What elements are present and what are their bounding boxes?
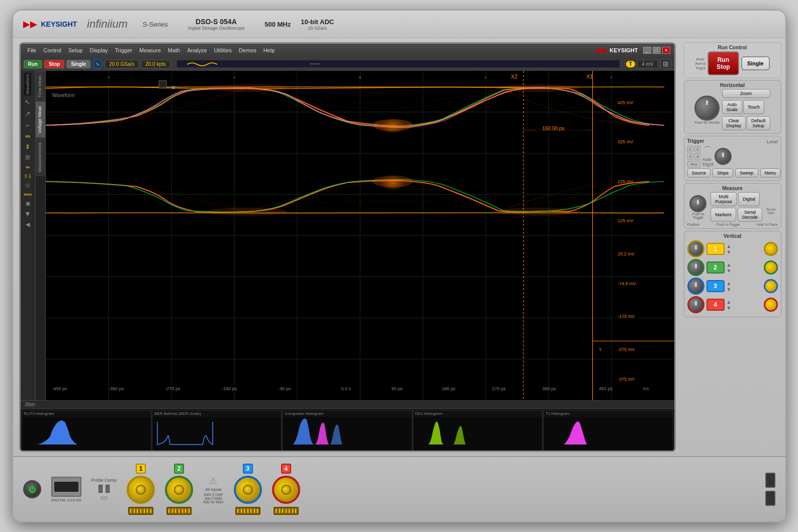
pin	[144, 509, 145, 513]
window-close[interactable]: ✕	[662, 47, 670, 54]
trigger-ch2[interactable]: 2	[694, 146, 700, 152]
trigger-aux[interactable]: Aux	[687, 161, 701, 167]
menu-measure[interactable]: Measure	[136, 46, 164, 54]
serial-decode-button[interactable]: SerialDecode	[738, 208, 762, 222]
touch-button[interactable]: Touch	[743, 100, 764, 114]
hw-single-button[interactable]: Single	[741, 56, 770, 70]
clear-display-button[interactable]: ClearDisplay	[722, 116, 746, 130]
time-meas-tab[interactable]: Time Meas	[36, 71, 45, 102]
hw-ch3-connector[interactable]	[234, 476, 262, 504]
trigger-source-button[interactable]: Source	[687, 168, 711, 178]
pin	[279, 509, 280, 513]
measure-tool-1[interactable]: ⇔	[24, 132, 31, 141]
default-setup-button[interactable]: DefaultSetup	[747, 116, 770, 130]
side-usb-2[interactable]	[765, 491, 775, 506]
measure-tool-2[interactable]: ⇕	[24, 142, 31, 151]
ch2-button[interactable]: 2	[706, 261, 725, 274]
horizontal-buttons: Zoom AutoScale Touch ClearDisplay Defaul…	[722, 89, 770, 130]
product-line: infiniium	[87, 18, 128, 31]
probe-terminal-1[interactable]	[99, 485, 103, 493]
hw-ch1-pins	[128, 507, 153, 515]
svg-text:425 mV: 425 mV	[617, 100, 633, 105]
menu-file[interactable]: File	[25, 46, 40, 54]
hw-ch4-connector[interactable]	[272, 476, 300, 504]
pin	[241, 509, 242, 513]
ch4-button[interactable]: 4	[706, 299, 725, 311]
hw-ch2-center	[174, 485, 184, 495]
menu-control[interactable]: Control	[40, 46, 64, 54]
select-tool[interactable]: ↖	[24, 97, 32, 107]
auto-scale-button[interactable]: AutoScale	[722, 100, 743, 114]
trigger-ch1[interactable]: 1	[687, 146, 693, 152]
ch4-scale-knob[interactable]	[687, 296, 704, 313]
hw-ch2-connector[interactable]	[165, 476, 193, 504]
measure-tool-8[interactable]: ▣	[25, 200, 31, 207]
step-tool[interactable]: ⌐	[25, 120, 31, 130]
menu-display[interactable]: Display	[86, 46, 111, 54]
measure-tool-7[interactable]: ⇔⇔	[23, 191, 33, 198]
menu-setup[interactable]: Setup	[65, 46, 86, 54]
single-button[interactable]: Single	[66, 60, 91, 68]
trigger-level-knob[interactable]	[715, 148, 732, 165]
trigger-menu-button[interactable]: Menu	[760, 168, 781, 178]
digital-button[interactable]: Digital	[738, 192, 760, 206]
hw-run-stop-button[interactable]: RunStop	[707, 51, 739, 75]
svg-text:-375 mV: -375 mV	[617, 377, 635, 382]
toolbar: Run Stop Single ∿ 20.0 GSa/s 20.0 kpts T	[21, 57, 674, 71]
menu-analyze[interactable]: Analyze	[184, 46, 210, 54]
position-label: Position	[687, 223, 700, 226]
menu-trigger[interactable]: Trigger	[112, 46, 135, 54]
adc-spec: 10-bit ADC 20 GSa/s	[301, 18, 334, 31]
menu-utilities[interactable]: Utilities	[211, 46, 234, 54]
run-stop-area: AutoArm'dTrig'd RunStop Single	[686, 51, 779, 75]
measure-tool-6[interactable]: ⊡	[25, 182, 31, 189]
measurements-tab[interactable]: Measurements	[36, 138, 45, 176]
pin	[282, 509, 283, 513]
ch3-button[interactable]: 3	[706, 280, 725, 292]
menu-help[interactable]: Help	[260, 46, 278, 54]
stop-button[interactable]: Stop	[44, 60, 64, 68]
menu-math[interactable]: Math	[165, 46, 183, 54]
measurement-tabs: Time Meas Voltage Meas Measurements	[36, 71, 46, 400]
measure-tool-3[interactable]: ⊞	[24, 153, 31, 162]
eye-diagram-display[interactable]: X2 X1 160.00 ps Y -450 ps	[46, 71, 674, 400]
histogram-rjpj-title: RJ,PJ Histogram	[22, 410, 151, 417]
trigger-ch4[interactable]: 4	[694, 153, 700, 160]
measure-multi-purpose-knob[interactable]	[689, 195, 706, 212]
zoom-button[interactable]: Zoom	[722, 89, 770, 98]
waveform-display-area: Waveform ↖ ↗ ⌐ ⇔ ⇕ ⊞ ⇔ ⇧⇩ ⊡ ⇔⇔ ▣ ▼	[21, 71, 674, 400]
ch1-knob-area	[687, 240, 704, 257]
side-usb-1[interactable]	[765, 473, 775, 488]
trigger-slope-button[interactable]: Slope	[713, 168, 733, 178]
trigger-ch3[interactable]: 3	[687, 153, 693, 160]
trigger-sweep-button[interactable]: Sweep	[735, 168, 758, 178]
probe-terminal-2[interactable]	[106, 485, 110, 493]
measure-tool-4[interactable]: ⇔	[25, 163, 31, 171]
ch3-scale-knob[interactable]	[687, 278, 704, 295]
histogram-tj: TJ Histogram	[543, 410, 673, 451]
svg-text:270 ps: 270 ps	[492, 386, 506, 391]
nav-down[interactable]: ▼	[23, 209, 32, 219]
ch1-scale-knob[interactable]	[687, 240, 704, 257]
hw-ch1-connector[interactable]	[127, 476, 155, 504]
svg-point-47	[108, 77, 109, 78]
multi-purpose-button[interactable]: MultiPurpose	[711, 192, 737, 206]
window-minimize[interactable]: _	[643, 47, 651, 54]
markers-button[interactable]: Markers	[711, 208, 736, 222]
ch2-scale-knob[interactable]	[687, 259, 704, 276]
power-button[interactable]: ⏻	[23, 480, 41, 498]
histogram-ber-svg	[152, 417, 281, 451]
window-maximize[interactable]: □	[653, 47, 661, 54]
svg-rect-23	[380, 119, 405, 134]
menu-demos[interactable]: Demos	[236, 46, 259, 54]
horizontal-scale-knob[interactable]	[694, 96, 720, 121]
voltage-meas-tab[interactable]: Voltage Meas	[36, 102, 45, 138]
run-button[interactable]: Run	[24, 60, 42, 68]
ch1-button[interactable]: 1	[706, 243, 725, 255]
measure-tool-5[interactable]: ⇧⇩	[23, 172, 33, 180]
diagonal-tool[interactable]: ↗	[24, 109, 32, 119]
svg-text:180 ps: 180 ps	[441, 386, 456, 391]
nav-left[interactable]: ◀	[25, 220, 31, 229]
usb-slot[interactable]	[51, 477, 81, 497]
svg-text:0.0 s: 0.0 s	[341, 386, 351, 391]
